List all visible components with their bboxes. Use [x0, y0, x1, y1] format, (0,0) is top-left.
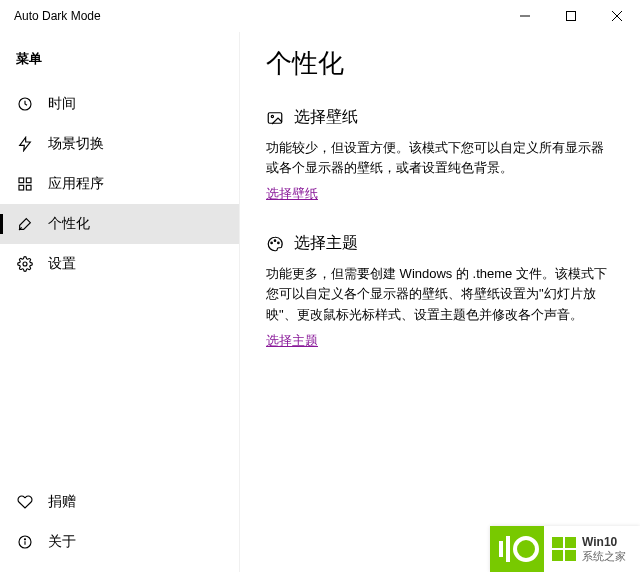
svg-point-10 [23, 262, 27, 266]
gear-icon [16, 255, 34, 273]
svg-point-16 [271, 242, 273, 244]
watermark-text: Win10 系统之家 [582, 535, 626, 563]
section-theme: 选择主题 功能更多，但需要创建 Windows 的 .theme 文件。该模式下… [266, 233, 614, 349]
svg-point-13 [24, 539, 25, 540]
sidebar-item-time[interactable]: 时间 [0, 84, 239, 124]
svg-rect-6 [19, 178, 24, 183]
minimize-button[interactable] [502, 0, 548, 32]
section-title: 选择壁纸 [294, 107, 358, 128]
heart-icon [16, 493, 34, 511]
content-area: 个性化 选择壁纸 功能较少，但设置方便。该模式下您可以自定义所有显示器或各个显示… [240, 32, 640, 572]
sidebar-item-apps[interactable]: 应用程序 [0, 164, 239, 204]
sidebar-item-switch[interactable]: 场景切换 [0, 124, 239, 164]
sidebar-item-label: 关于 [48, 533, 76, 551]
svg-point-17 [274, 240, 276, 242]
svg-point-18 [278, 242, 280, 244]
watermark-logo-left [490, 526, 544, 572]
sidebar-item-label: 场景切换 [48, 135, 104, 153]
svg-rect-9 [26, 185, 31, 190]
clock-icon [16, 95, 34, 113]
titlebar: Auto Dark Mode [0, 0, 640, 32]
section-title: 选择主题 [294, 233, 358, 254]
watermark: Win10 系统之家 [490, 526, 640, 572]
palette-icon [266, 235, 284, 253]
info-icon [16, 533, 34, 551]
section-wallpaper: 选择壁纸 功能较少，但设置方便。该模式下您可以自定义所有显示器或各个显示器的壁纸… [266, 107, 614, 203]
lightning-icon [16, 135, 34, 153]
image-icon [266, 109, 284, 127]
brush-icon [16, 215, 34, 233]
sidebar-item-label: 个性化 [48, 215, 90, 233]
sidebar-item-about[interactable]: 关于 [0, 522, 239, 562]
sidebar-item-label: 捐赠 [48, 493, 76, 511]
apps-icon [16, 175, 34, 193]
sidebar-item-label: 时间 [48, 95, 76, 113]
sidebar-item-personalize[interactable]: 个性化 [0, 204, 239, 244]
close-button[interactable] [594, 0, 640, 32]
page-title: 个性化 [266, 46, 614, 81]
sidebar-item-label: 设置 [48, 255, 76, 273]
sidebar-item-donate[interactable]: 捐赠 [0, 482, 239, 522]
maximize-button[interactable] [548, 0, 594, 32]
svg-rect-7 [26, 178, 31, 183]
section-description: 功能更多，但需要创建 Windows 的 .theme 文件。该模式下您可以自定… [266, 264, 614, 324]
sidebar-header: 菜单 [0, 32, 239, 78]
select-wallpaper-link[interactable]: 选择壁纸 [266, 186, 318, 201]
svg-marker-5 [20, 137, 31, 150]
sidebar: 菜单 时间 场景切换 应用程序 [0, 32, 240, 572]
windows-logo-icon [552, 537, 576, 561]
section-description: 功能较少，但设置方便。该模式下您可以自定义所有显示器或各个显示器的壁纸，或者设置… [266, 138, 614, 178]
svg-point-15 [271, 115, 273, 117]
sidebar-item-settings[interactable]: 设置 [0, 244, 239, 284]
svg-rect-8 [19, 185, 24, 190]
svg-rect-1 [567, 12, 576, 21]
sidebar-item-label: 应用程序 [48, 175, 104, 193]
select-theme-link[interactable]: 选择主题 [266, 333, 318, 348]
window-title: Auto Dark Mode [14, 9, 101, 23]
